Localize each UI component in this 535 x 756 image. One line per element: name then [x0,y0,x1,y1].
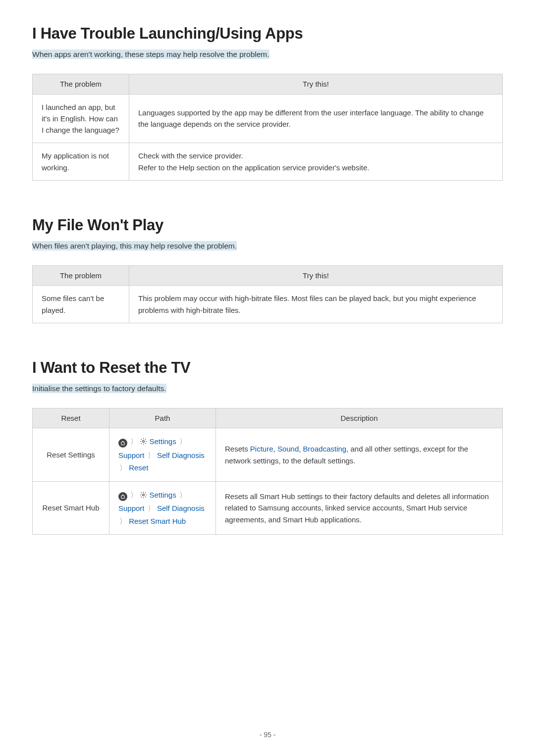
link-broadcasting: Broadcasting [303,445,347,453]
table-row: Reset Settings 〉 Settings 〉 Support 〉 Se… [33,428,503,482]
table-file: The problem Try this! Some files can't b… [32,265,503,323]
path-self-diagnosis: Self Diagnosis [157,504,205,512]
cell-reset-name: Reset Settings [33,428,109,482]
path-leaf: Reset Smart Hub [129,517,186,525]
path-self-diagnosis: Self Diagnosis [157,451,205,459]
gear-icon [140,436,147,449]
section-title-reset: I Want to Reset the TV [32,359,503,377]
path-settings: Settings [150,437,176,446]
section-title-file: My File Won't Play [32,216,503,234]
path-support: Support [118,451,145,459]
cell-path: 〉 Settings 〉 Support 〉 Self Diagnosis 〉 … [109,481,216,535]
th-problem: The problem [33,74,129,94]
table-row: Reset Smart Hub 〉 Settings 〉 Support 〉 S… [33,481,503,535]
cell-try: Languages supported by the app may be di… [129,94,503,143]
chevron-right-icon: 〉 [131,435,137,448]
cell-path: 〉 Settings 〉 Support 〉 Self Diagnosis 〉 … [109,428,216,482]
chevron-right-icon: 〉 [120,461,126,474]
chevron-right-icon: 〉 [131,489,137,502]
table-apps: The problem Try this! I launched an app,… [32,74,503,181]
table-reset: Reset Path Description Reset Settings 〉 … [32,408,503,535]
path-leaf: Reset [129,463,148,472]
home-icon [118,492,127,501]
chevron-right-icon: 〉 [148,502,154,515]
path-support: Support [118,504,145,512]
section-subtitle-apps: When apps aren't working, these steps ma… [32,50,269,59]
th-problem: The problem [33,266,129,286]
home-icon [118,439,127,448]
chevron-right-icon: 〉 [148,449,154,462]
table-row: My application is not working. Check wit… [33,143,503,181]
section-file: My File Won't Play When files aren't pla… [32,216,503,323]
table-row: Some files can't be played. This problem… [33,286,503,323]
svg-point-1 [143,494,145,496]
section-title-apps: I Have Trouble Launching/Using Apps [32,25,503,43]
cell-try: This problem may occur with high-bitrate… [129,286,503,323]
cell-desc: Resets all Smart Hub settings to their f… [216,481,503,535]
th-reset: Reset [33,408,109,428]
th-try: Try this! [129,266,503,286]
gear-icon [140,490,147,503]
chevron-right-icon: 〉 [179,489,185,502]
cell-problem: I launched an app, but it's in English. … [33,94,129,143]
th-path: Path [109,408,216,428]
cell-reset-name: Reset Smart Hub [33,481,109,535]
cell-problem: My application is not working. [33,143,129,181]
path-settings: Settings [150,491,176,499]
svg-point-0 [143,441,145,443]
cell-problem: Some files can't be played. [33,286,129,323]
cell-desc: Resets Picture, Sound, Broadcasting, and… [216,428,503,482]
chevron-right-icon: 〉 [120,515,126,528]
cell-try: Check with the service provider.Refer to… [129,143,503,181]
th-try: Try this! [129,74,503,94]
section-apps: I Have Trouble Launching/Using Apps When… [32,25,503,181]
table-row: I launched an app, but it's in English. … [33,94,503,143]
th-desc: Description [216,408,503,428]
section-subtitle-file: When files aren't playing, this may help… [32,241,237,251]
page-number: - 95 - [0,731,535,739]
link-picture: Picture [250,445,273,453]
link-sound: Sound [277,445,299,453]
section-subtitle-reset: Initialise the settings to factory defau… [32,384,166,393]
section-reset: I Want to Reset the TV Initialise the se… [32,359,503,535]
chevron-right-icon: 〉 [179,435,185,448]
